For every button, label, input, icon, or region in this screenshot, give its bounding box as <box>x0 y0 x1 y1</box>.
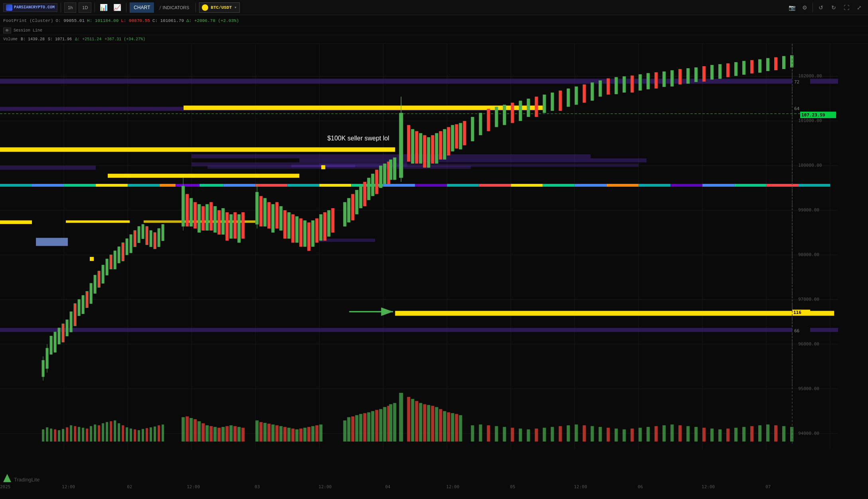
screenshot-btn[interactable]: 📷 <box>786 2 797 13</box>
svg-rect-185 <box>551 93 554 111</box>
svg-rect-264 <box>209 426 213 442</box>
svg-rect-343 <box>655 426 658 442</box>
svg-rect-353 <box>734 428 738 442</box>
chart-area[interactable]: $100K seller swept lol 72 64 116 66 <box>0 44 868 499</box>
svg-rect-301 <box>383 407 386 441</box>
volume-bar: Volume B: 1439.28 S: 1071.96 Δ: +2511.24… <box>0 35 868 44</box>
svg-text:94000.00: 94000.00 <box>798 431 819 436</box>
svg-rect-56 <box>415 184 447 187</box>
svg-rect-79 <box>58 328 60 344</box>
svg-rect-308 <box>415 401 418 442</box>
svg-rect-47 <box>160 184 176 187</box>
svg-rect-203 <box>694 67 698 82</box>
svg-rect-304 <box>393 403 396 442</box>
svg-rect-108 <box>185 194 189 226</box>
svg-rect-275 <box>259 422 262 442</box>
ohlc-low: L: 98870.55 <box>121 18 150 23</box>
svg-rect-46 <box>128 184 160 187</box>
svg-rect-210 <box>750 60 754 74</box>
svg-rect-294 <box>355 415 358 442</box>
svg-rect-277 <box>267 424 270 442</box>
svg-rect-94 <box>118 247 120 263</box>
svg-rect-248 <box>130 428 132 442</box>
svg-rect-174 <box>463 121 466 145</box>
svg-rect-110 <box>193 202 197 229</box>
svg-rect-52 <box>287 184 319 187</box>
redo-btn[interactable]: ↻ <box>828 2 839 13</box>
svg-rect-350 <box>710 428 714 442</box>
svg-rect-270 <box>233 426 237 442</box>
svg-text:102000.00: 102000.00 <box>798 73 822 79</box>
svg-rect-271 <box>237 427 241 442</box>
svg-rect-256 <box>162 424 164 442</box>
svg-rect-162 <box>415 131 418 164</box>
svg-rect-328 <box>535 428 538 442</box>
chart-type-candlestick[interactable]: 📊 <box>98 2 109 13</box>
svg-rect-101 <box>146 227 148 245</box>
svg-rect-332 <box>567 425 570 442</box>
chart-tab[interactable]: CHART <box>130 2 154 13</box>
svg-rect-167 <box>435 133 438 164</box>
svg-rect-283 <box>291 428 294 442</box>
svg-rect-272 <box>241 428 245 442</box>
svg-rect-266 <box>217 428 221 442</box>
svg-rect-331 <box>559 426 562 442</box>
logo[interactable]: PARSIANCRYPTO.COM <box>3 3 57 12</box>
indicators-btn[interactable]: 𝑓 INDICATORS <box>156 4 192 11</box>
svg-text:04: 04 <box>385 484 391 489</box>
svg-rect-344 <box>663 425 666 442</box>
timeframe-1h[interactable]: 1h <box>64 2 76 13</box>
svg-rect-179 <box>503 105 506 125</box>
svg-rect-319 <box>459 415 462 442</box>
chevron-down-icon[interactable]: ▾ <box>234 5 237 10</box>
svg-rect-166 <box>431 135 434 164</box>
svg-rect-169 <box>443 129 446 160</box>
undo-btn[interactable]: ↺ <box>815 2 827 13</box>
svg-rect-64 <box>671 184 702 187</box>
svg-rect-128 <box>271 204 274 233</box>
timeframe-1d[interactable]: 1D <box>79 2 91 13</box>
svg-rect-357 <box>766 424 769 442</box>
svg-rect-181 <box>519 101 522 121</box>
symbol-text: BTC/USDT <box>211 5 232 10</box>
svg-rect-41 <box>395 311 834 316</box>
svg-rect-182 <box>527 99 530 117</box>
svg-rect-59 <box>511 184 543 187</box>
svg-rect-282 <box>287 428 290 442</box>
svg-rect-135 <box>299 218 302 247</box>
svg-rect-356 <box>758 425 761 442</box>
fullscreen-btn[interactable]: ⛶ <box>841 2 852 13</box>
svg-rect-184 <box>543 95 546 113</box>
svg-rect-96 <box>126 239 128 255</box>
svg-rect-317 <box>451 413 454 442</box>
svg-rect-62 <box>607 184 639 187</box>
svg-rect-320 <box>471 425 474 442</box>
svg-rect-325 <box>511 428 514 442</box>
svg-rect-273 <box>255 421 258 442</box>
svg-text:06: 06 <box>638 484 643 489</box>
svg-rect-112 <box>201 206 205 231</box>
svg-rect-352 <box>726 428 730 442</box>
chart-type-line[interactable]: 📈 <box>112 2 123 13</box>
svg-rect-286 <box>303 428 306 442</box>
svg-text:12:00: 12:00 <box>702 484 715 489</box>
chart-main[interactable]: $100K seller swept lol 72 64 116 66 <box>0 44 838 490</box>
volume-delta: Δ: +2511.24 <box>75 37 101 41</box>
svg-rect-183 <box>535 97 538 117</box>
svg-rect-193 <box>615 77 618 94</box>
svg-rect-338 <box>615 428 618 442</box>
settings-icon[interactable]: ⚙ <box>799 2 810 13</box>
session-eye-btn[interactable]: 👁 <box>3 28 11 34</box>
svg-rect-119 <box>229 214 233 239</box>
svg-rect-194 <box>623 76 626 93</box>
svg-rect-53 <box>319 184 351 187</box>
svg-rect-45 <box>96 184 128 187</box>
svg-rect-120 <box>233 212 237 239</box>
svg-text:95000.00: 95000.00 <box>798 386 819 391</box>
svg-rect-154 <box>383 164 386 184</box>
expand-btn[interactable]: ⤢ <box>854 2 865 13</box>
svg-rect-236 <box>82 428 84 442</box>
svg-text:107.23.59: 107.23.59 <box>801 112 825 118</box>
svg-rect-80 <box>62 324 64 342</box>
svg-rect-176 <box>479 113 482 135</box>
